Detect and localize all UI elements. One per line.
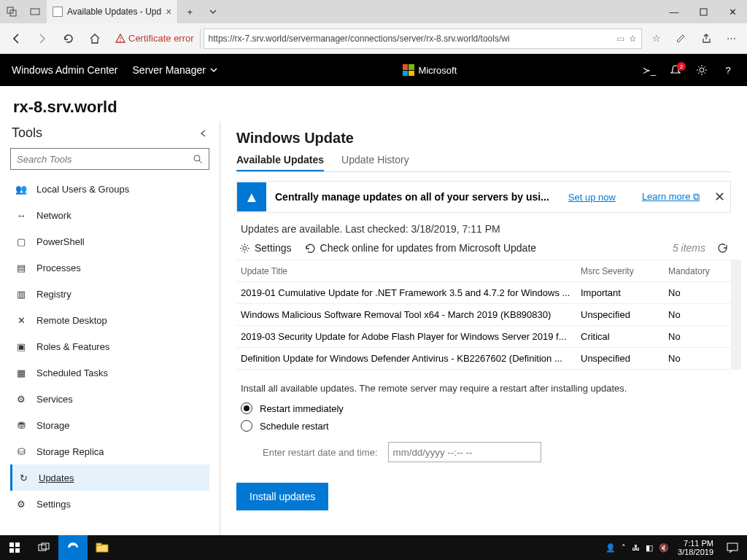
powershell-icon[interactable]: ≻_ [642,65,657,76]
settings-icon: ⚙ [15,499,28,510]
collapse-panel-icon[interactable] [199,129,208,138]
close-tab-icon[interactable]: × [166,6,171,18]
forward-button[interactable] [31,27,54,50]
vm-tray-icon[interactable]: ◧ [646,543,653,553]
new-desktop-icon[interactable] [23,0,47,23]
update-row[interactable]: Definition Update for Windows Defender A… [236,348,731,370]
tray-chevron-icon[interactable]: ˄ [622,543,626,553]
network-tray-icon[interactable]: 🖧 [632,543,640,552]
schedule-restart-option[interactable]: Schedule restart [236,417,731,435]
reading-view-icon[interactable]: ▭ [616,34,624,44]
sidebar-item-settings[interactable]: ⚙Settings [10,491,209,517]
roles-icon: ▣ [15,341,28,352]
sidebar-item-remote[interactable]: ✕Remote Desktop [10,307,209,333]
svg-rect-14 [39,545,46,551]
svg-rect-3 [700,9,707,15]
refresh-button[interactable] [57,27,80,50]
restart-immediately-option[interactable]: Restart immediately [236,400,731,417]
sidebar-item-replica[interactable]: ⛁Storage Replica [10,438,209,464]
sidebar-item-tasks[interactable]: ▦Scheduled Tasks [10,359,209,386]
reload-grid-icon[interactable] [717,243,728,254]
tab-favicon-icon [53,7,63,17]
setup-now-link[interactable]: Set up now [568,192,616,203]
svg-point-7 [194,155,200,161]
explorer-taskbar-icon[interactable] [88,535,117,560]
sidebar-item-registry[interactable]: ▥Registry [10,281,209,307]
svg-rect-11 [15,542,20,547]
azure-icon: ▲ [237,182,266,211]
share-icon[interactable] [694,27,718,50]
certificate-error[interactable]: Certificate error [109,28,201,49]
tab-chevron-icon[interactable] [201,0,225,23]
svg-rect-15 [42,543,49,549]
update-row[interactable]: Windows Malicious Software Removal Tool … [236,304,731,326]
sidebar-item-updates[interactable]: ↻Updates [10,464,209,491]
datetime-label: Enter restart date and time: [263,447,378,458]
tab-available-updates[interactable]: Available Updates [236,154,324,171]
learn-more-link[interactable]: Learn more ⧉ [642,191,700,203]
wac-brand[interactable]: Windows Admin Center [12,64,118,76]
grid-scrollbar[interactable] [731,260,741,370]
microsoft-label: Microsoft [419,65,457,76]
url-text: https://rx-7.srv.world/servermanager/con… [209,34,612,44]
datetime-input[interactable] [388,442,541,462]
help-icon[interactable]: ? [721,65,735,76]
more-icon[interactable]: ⋯ [719,27,743,50]
people-tray-icon[interactable]: 👤 [605,543,616,553]
task-view-button[interactable] [29,535,58,560]
sidebar-item-storage[interactable]: ⛃Storage [10,412,209,438]
back-button[interactable] [4,27,28,50]
network-icon: ↔ [15,210,28,221]
favorites-hub-icon[interactable]: ☆ [645,27,668,50]
svg-rect-17 [96,543,101,545]
update-row[interactable]: 2019-01 Cumulative Update for .NET Frame… [236,282,731,304]
svg-rect-18 [727,543,738,551]
system-tray[interactable]: 👤 ˄ 🖧 ◧ 🔇 [601,543,673,553]
chevron-down-icon [210,66,217,74]
close-window-button[interactable]: ✕ [718,0,747,23]
updates-settings-button[interactable]: Settings [239,242,292,254]
remote-icon: ✕ [15,315,28,326]
taskbar-clock[interactable]: 7:11 PM 3/18/2019 [673,539,718,556]
check-online-button[interactable]: Check online for updates from Microsoft … [305,242,536,254]
sidebar-item-users[interactable]: 👥Local Users & Groups [10,176,209,202]
warning-icon [115,34,125,44]
recent-apps-icon[interactable] [0,0,23,23]
sidebar-item-services[interactable]: ⚙Services [10,386,209,412]
new-tab-icon[interactable]: + [178,0,201,23]
terminal-icon: ▢ [15,236,28,247]
sidebar-item-processes[interactable]: ▤Processes [10,254,209,281]
update-row[interactable]: 2019-03 Security Update for Adobe Flash … [236,326,731,348]
dismiss-notice-icon[interactable]: ✕ [708,189,730,205]
minimize-button[interactable]: — [659,0,689,23]
address-bar[interactable]: https://rx-7.srv.world/servermanager/con… [204,28,642,49]
start-button[interactable] [0,535,29,560]
settings-gear-icon[interactable] [694,64,709,76]
refresh-icon [305,243,316,254]
browser-tab[interactable]: Available Updates - Upd × [47,0,178,23]
storage-icon: ⛃ [15,420,28,431]
server-hostname: rx-8.srv.world [0,86,747,121]
notifications-icon[interactable]: 2 [668,64,683,76]
home-button[interactable] [83,27,107,50]
sidebar-item-terminal[interactable]: ▢PowerShell [10,228,209,254]
sidebar-item-network[interactable]: ↔Network [10,202,209,228]
svg-point-9 [243,246,247,250]
edge-taskbar-icon[interactable] [58,535,88,560]
search-tools-input[interactable] [17,154,193,165]
sound-tray-icon[interactable]: 🔇 [659,543,669,553]
search-tools-box[interactable] [10,148,209,170]
svg-rect-12 [9,548,14,553]
server-manager-dropdown[interactable]: Server Manager [133,64,217,76]
item-count: 5 items [673,242,705,254]
sidebar-item-roles[interactable]: ▣Roles & Features [10,333,209,359]
tasks-icon: ▦ [15,368,28,378]
tab-update-history[interactable]: Update History [341,154,409,171]
action-center-icon[interactable] [718,535,747,560]
favorite-icon[interactable]: ☆ [629,34,637,44]
notification-badge: 2 [677,62,686,71]
notes-icon[interactable] [670,27,693,50]
grid-header: Update Title Msrc Severity Mandatory [236,260,731,282]
maximize-button[interactable] [689,0,718,23]
install-updates-button[interactable]: Install updates [236,483,328,510]
